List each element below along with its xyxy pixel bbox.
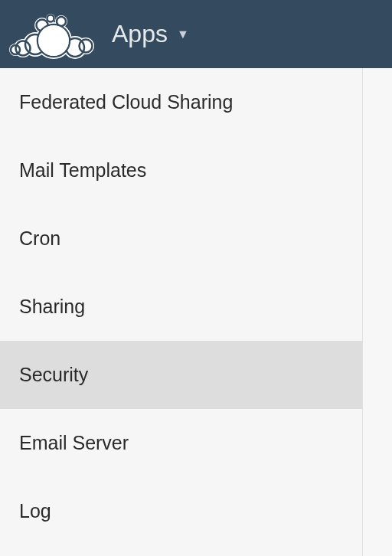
sidebar-item-cron[interactable]: Cron [0,204,362,273]
sidebar-item-label: Federated Cloud Sharing [19,91,233,113]
sidebar-item-label: Log [19,500,51,522]
sidebar-item-label: Cron [19,227,60,250]
sidebar-item-label: Email Server [19,432,129,454]
chevron-down-icon: ▼ [177,28,189,41]
svg-point-18 [38,25,69,56]
header-title: Apps [112,20,168,48]
apps-dropdown[interactable]: Apps ▼ [112,20,189,48]
sidebar-item-label: Security [19,364,88,386]
owncloud-logo-icon [6,8,98,61]
sidebar-item-email-server[interactable]: Email Server [0,409,362,477]
sidebar-item-security[interactable]: Security [0,341,362,409]
sidebar-item-label: Sharing [19,296,85,318]
settings-sidebar: Federated Cloud Sharing Mail Templates C… [0,68,363,556]
sidebar-item-label: Mail Templates [19,159,146,182]
sidebar-item-federated-cloud-sharing[interactable]: Federated Cloud Sharing [0,68,362,136]
sidebar-item-log[interactable]: Log [0,477,362,545]
app-header: Apps ▼ [0,0,392,68]
sidebar-item-mail-templates[interactable]: Mail Templates [0,136,362,204]
sidebar-item-sharing[interactable]: Sharing [0,273,362,341]
